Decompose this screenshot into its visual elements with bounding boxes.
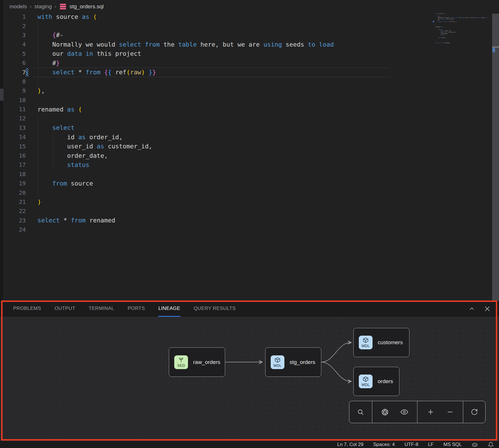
breadcrumb-filename[interactable]: stg_orders.sql [70,3,104,10]
tab-query-results[interactable]: QUERY RESULTS [194,301,236,317]
model-badge: MDL [359,375,373,388]
code-text: #} [26,59,60,67]
badge-label: MDL [362,344,370,348]
code-line[interactable]: 2 [4,21,490,30]
code-line[interactable]: 12 [4,114,490,123]
panel-actions [468,301,499,317]
line-number: 19 [4,180,26,187]
tab-output[interactable]: OUTPUT [55,301,75,317]
code-line[interactable]: 21) [4,197,490,206]
model-badge: MDL [271,355,284,369]
line-number: 18 [4,171,26,178]
notifications-bell-icon[interactable] [488,442,494,448]
line-number: 15 [4,143,26,150]
model-badge: MDL [359,336,373,349]
encoding-setting[interactable]: UTF-8 [405,442,418,447]
code-line[interactable]: 15 user_id as customer_id, [4,142,490,151]
code-text: Normally we would select from the table … [26,41,334,48]
minimap[interactable]: with source as ( {#- Normally we would s… [433,13,489,45]
code-line[interactable]: 11renamed as ( [4,105,490,114]
line-number: 24 [4,226,26,233]
code-line[interactable]: 10 [4,95,490,105]
code-text: ), [26,87,45,94]
code-line[interactable]: 22 [4,206,490,216]
code-line[interactable]: 9), [4,86,490,95]
copilot-icon[interactable] [472,441,478,448]
code-line[interactable]: 6 #} [4,58,490,67]
code-line[interactable]: 13 select [4,123,490,132]
line-number: 7 [4,69,26,76]
code-line[interactable]: 16 order_date, [4,151,490,160]
code-line[interactable]: 19 from source [4,179,490,188]
line-number: 21 [4,198,26,205]
database-file-icon [60,4,66,10]
code-line[interactable]: 23select * from renamed [4,216,490,225]
close-panel-icon[interactable] [484,305,491,312]
code-line[interactable]: 4 Normally we would select from the tabl… [4,40,490,49]
code-text: with source as ( [26,13,97,20]
code-line[interactable]: 3 {#- [4,31,490,40]
panel-tab-bar: PROBLEMSOUTPUTTERMINALPORTSLINEAGEQUERY … [0,301,499,317]
line-number: 1 [4,13,26,20]
code-text: select * from {{ ref(raw) }} [26,69,156,76]
cube-icon [274,357,281,363]
sprout-icon [178,357,184,363]
line-number: 6 [4,59,26,66]
zoom-in-icon[interactable] [424,401,437,423]
line-number: 16 [4,152,26,159]
indentation-setting[interactable]: Spaces: 4 [373,442,395,447]
line-number: 5 [4,50,26,57]
line-number: 8 [4,78,26,85]
node-label: raw_orders [193,359,220,365]
code-text: select [26,124,74,131]
line-number: 17 [4,161,26,168]
lineage-node-stg_orders[interactable]: MDLstg_orders [265,347,321,377]
code-editor[interactable]: 1with source as (23 {#-4 Normally we wou… [4,12,490,234]
lineage-node-customers[interactable]: MDLcustomers [353,328,409,357]
cube-icon [363,337,369,343]
overview-ruler-modified-marker [492,48,495,52]
tab-lineage[interactable]: LINEAGE [158,301,180,317]
eye-icon[interactable] [398,401,411,423]
badge-label: SED [177,363,185,368]
breadcrumb-separator-icon: › [30,4,31,9]
vscode-window: models › staging › stg_orders.sql 1with … [0,0,499,448]
breadcrumb-folder[interactable]: models [9,3,27,10]
sidebar-scrollbar-thumb[interactable] [0,89,3,101]
zoom-out-icon[interactable] [444,401,456,423]
code-line[interactable]: 20 [4,188,490,197]
line-number: 3 [4,32,26,39]
lineage-canvas[interactable]: SEDraw_ordersMDLstg_ordersMDLcustomersMD… [0,317,499,441]
node-label: stg_orders [290,359,315,365]
line-number: 2 [4,23,26,29]
code-text: order_date, [26,152,108,159]
seed-badge: SED [174,355,188,369]
aperture-icon[interactable] [379,401,391,423]
code-line[interactable]: 8 [4,77,490,86]
code-line[interactable]: 1with source as ( [4,12,490,21]
breadcrumb-folder[interactable]: staging [34,3,52,10]
line-number: 4 [4,41,26,48]
language-mode[interactable]: MS SQL [443,442,462,447]
tab-ports[interactable]: PORTS [128,301,145,317]
tab-problems[interactable]: PROBLEMS [13,301,41,317]
cursor-position[interactable]: Ln 7, Col 29 [337,442,363,447]
badge-label: MDL [274,363,282,368]
lineage-node-raw_orders[interactable]: SEDraw_orders [169,347,225,377]
refresh-icon[interactable] [468,401,481,423]
code-line[interactable]: 17 status [4,160,490,169]
code-line[interactable]: 18 [4,170,490,179]
line-number: 11 [4,106,26,113]
code-line[interactable]: 5 our data in this project [4,49,490,58]
editor-scrollbar[interactable] [492,14,499,301]
code-line[interactable]: 7 select * from {{ ref(raw) }} [4,67,490,77]
code-text: ) [26,198,41,206]
tab-terminal[interactable]: TERMINAL [89,301,114,317]
collapse-panel-icon[interactable] [468,305,476,312]
eol-setting[interactable]: LF [428,442,434,447]
lineage-node-orders[interactable]: MDLorders [353,367,399,396]
search-icon[interactable] [354,401,367,423]
code-line[interactable]: 14 id as order_id, [4,132,490,142]
code-line[interactable]: 24 [4,225,490,234]
breadcrumb-separator-icon: › [55,4,56,9]
